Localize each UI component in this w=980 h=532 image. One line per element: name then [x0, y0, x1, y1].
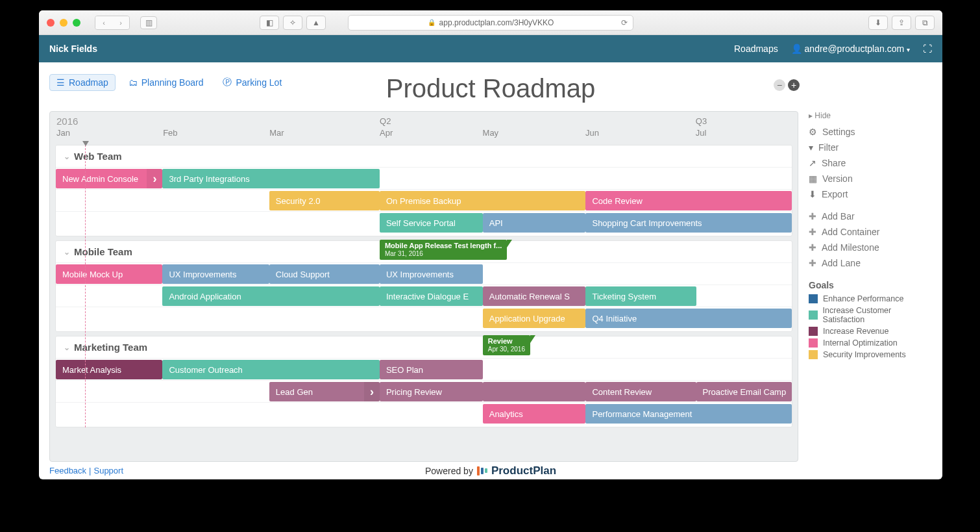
tab-parking-lot[interactable]: Ⓟ Parking Lot	[216, 74, 288, 91]
roadmap-bar[interactable]: Shopping Cart Improvements	[585, 213, 792, 233]
roadmap-bar[interactable]: Automatic Renewal S	[483, 286, 586, 306]
roadmap-bar[interactable]: Performance Management	[585, 404, 792, 424]
browser-titlebar: ‹ › ▥ ◧ ✧ ▲ 🔒 app.productplan.com/3H0yVK…	[39, 10, 942, 35]
browser-sidebar-button[interactable]: ▥	[140, 16, 157, 29]
side-tool-share[interactable]: ↗Share	[809, 158, 932, 168]
roadmap-bar[interactable]: Android Application	[162, 286, 380, 306]
brand-name: ProductPlan	[491, 464, 556, 477]
roadmap-bar[interactable]: Code Review	[585, 191, 792, 210]
lane-title[interactable]: ⌄Web Team	[56, 146, 792, 167]
support-link[interactable]: Support	[93, 466, 123, 475]
user-menu[interactable]: 👤 andre@productplan.com	[791, 44, 910, 54]
milestone[interactable]: ReviewApr 30, 2016	[483, 335, 530, 355]
zoom-out-button[interactable]: −	[774, 79, 785, 91]
roadmap-bar[interactable]: Analytics	[483, 404, 586, 424]
side-item-label: Settings	[822, 127, 855, 137]
window-close-button[interactable]	[47, 19, 55, 27]
roadmap-bar[interactable]: Content Review	[585, 382, 696, 401]
goal-item[interactable]: Security Improvements	[809, 350, 932, 359]
roadmap-bar[interactable]: Ticketing System	[585, 286, 696, 306]
browser-ext-button-1[interactable]: ◧	[260, 16, 279, 30]
gear-icon: ⚙	[809, 127, 817, 137]
roadmap-bar[interactable]: Customer Outreach	[162, 360, 380, 379]
browser-nav-arrows: ‹ ›	[95, 16, 130, 30]
timeline-year: 2016	[56, 116, 791, 127]
side-add-add-lane[interactable]: ✚Add Lane	[809, 258, 932, 268]
quarter-label: Q3	[696, 116, 707, 126]
side-item-label: Version	[822, 173, 853, 184]
side-tool-version[interactable]: ▦Version	[809, 173, 932, 184]
user-icon: 👤	[791, 44, 805, 54]
tab-roadmap[interactable]: ☰ Roadmap	[49, 74, 116, 91]
nav-roadmaps-link[interactable]: Roadmaps	[734, 44, 778, 54]
chevron-right-icon: ›	[147, 169, 162, 188]
planning-icon: 🗂	[129, 77, 138, 88]
roadmap-bar[interactable]: Lead Gen›	[269, 382, 380, 401]
goal-item[interactable]: Increase Revenue	[809, 327, 932, 336]
feedback-link[interactable]: Feedback	[49, 466, 86, 475]
roadmap-bar[interactable]: Security 2.0	[269, 191, 380, 210]
goal-item[interactable]: Increase Customer Satisfaction	[809, 306, 932, 324]
roadmap-bar[interactable]: UX Improvements	[380, 264, 483, 284]
side-tool-filter[interactable]: ▾Filter	[809, 142, 932, 153]
roadmap-bar[interactable]: Interactive Dialogue E	[380, 286, 483, 306]
window-minimize-button[interactable]	[60, 19, 67, 27]
roadmap-bar[interactable]: API	[483, 213, 586, 233]
milestone[interactable]: Mobile App Release Test length f...Mar 3…	[380, 240, 507, 260]
side-add-add-bar[interactable]: ✚Add Bar	[809, 211, 932, 222]
timeline: 2016 JanFebMarAprMayJunJulQ2Q3 ⌄Web Team…	[49, 111, 798, 462]
browser-forward-button[interactable]: ›	[112, 16, 129, 29]
roadmap-bar[interactable]: Q4 Initiative	[585, 309, 792, 328]
side-tool-settings[interactable]: ⚙Settings	[809, 127, 932, 137]
roadmap-bar[interactable]	[483, 382, 586, 401]
lane-row: New Admin Console›3rd Party Integrations	[56, 167, 792, 189]
browser-tabs-button[interactable]: ⧉	[915, 16, 935, 30]
roadmap-icon: ☰	[56, 77, 65, 88]
side-tool-export[interactable]: ⬇Export	[809, 189, 932, 199]
side-item-label: Add Lane	[822, 258, 861, 268]
roadmap-bar[interactable]: Cloud Support	[269, 264, 380, 284]
lane-row: Application UpgradeQ4 Initiative	[56, 307, 792, 329]
parking-icon: Ⓟ	[223, 77, 232, 88]
lane-group: ⌄Mobile TeamMobile App Release Test leng…	[55, 240, 792, 332]
hide-label: Hide	[815, 111, 831, 120]
zoom-in-button[interactable]: +	[788, 79, 800, 91]
goal-label: Internal Optimization	[823, 338, 898, 348]
browser-ext-button-2[interactable]: ✧	[283, 16, 302, 30]
browser-back-button[interactable]: ‹	[95, 16, 112, 29]
roadmap-bar[interactable]: UX Improvements	[162, 264, 269, 284]
reload-icon[interactable]: ⟳	[621, 18, 628, 27]
browser-downloads-button[interactable]: ⬇	[868, 16, 888, 30]
goal-item[interactable]: Enhance Performance	[809, 294, 932, 303]
chevron-down-icon: ⌄	[64, 343, 70, 352]
browser-url-field[interactable]: 🔒 app.productplan.com/3H0yVKKO ⟳	[348, 15, 633, 31]
roadmap-bar[interactable]: Mobile Mock Up	[56, 264, 162, 284]
lane-title[interactable]: ⌄Marketing Team	[56, 336, 792, 358]
plus-icon: ✚	[809, 242, 816, 253]
lock-icon: 🔒	[428, 19, 435, 26]
browser-ext-button-3[interactable]: ▲	[306, 16, 326, 30]
roadmap-bar[interactable]: Self Service Portal	[380, 213, 483, 233]
roadmap-bar[interactable]: Pricing Review	[380, 382, 483, 401]
goal-item[interactable]: Internal Optimization	[809, 338, 932, 348]
roadmap-bar[interactable]: 3rd Party Integrations	[162, 169, 380, 188]
timeline-months-row: JanFebMarAprMayJunJulQ2Q3	[56, 128, 791, 140]
footer-divider: |	[86, 466, 93, 475]
tab-planning-board[interactable]: 🗂 Planning Board	[122, 74, 210, 91]
roadmap-bar[interactable]: Proactive Email Camp	[696, 382, 792, 401]
browser-share-button[interactable]: ⇪	[892, 16, 911, 30]
roadmap-bar[interactable]: On Premise Backup	[380, 191, 586, 210]
month-label: Feb	[163, 128, 177, 138]
roadmap-bar[interactable]: Market Analysis	[56, 360, 162, 379]
window-zoom-button[interactable]	[73, 19, 80, 27]
fullscreen-button[interactable]	[923, 44, 932, 54]
roadmap-bar[interactable]: SEO Plan	[380, 360, 483, 379]
hide-panel-link[interactable]: ▸ Hide	[809, 111, 932, 120]
side-add-add-milestone[interactable]: ✚Add Milestone	[809, 242, 932, 253]
side-panel: ▸ Hide ⚙Settings▾Filter↗Share▦Version⬇Ex…	[809, 111, 932, 462]
plus-icon: ✚	[809, 258, 816, 268]
roadmap-bar[interactable]: Application Upgrade	[483, 309, 586, 328]
side-add-add-container[interactable]: ✚Add Container	[809, 227, 932, 237]
month-label: Jun	[585, 128, 599, 138]
roadmap-bar[interactable]: New Admin Console›	[56, 169, 162, 188]
